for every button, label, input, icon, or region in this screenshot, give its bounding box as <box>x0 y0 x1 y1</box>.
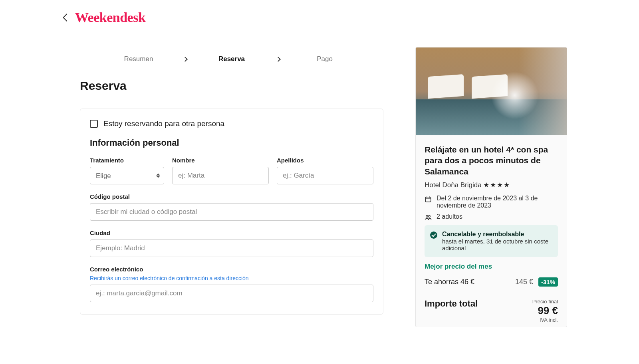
city-input[interactable] <box>90 239 373 257</box>
postal-input[interactable] <box>90 203 373 221</box>
hotel-hero-image <box>416 47 567 135</box>
postal-label: Código postal <box>90 193 373 200</box>
top-bar: Weekendesk <box>0 0 639 35</box>
vat-label: IVA incl. <box>532 317 558 323</box>
total-label: Importe total <box>425 299 478 309</box>
hotel-name: Hotel Doña Brigida <box>425 181 482 189</box>
back-icon[interactable] <box>63 14 71 22</box>
page-title: Reserva <box>80 79 383 93</box>
total-amount: 99 € <box>532 305 558 317</box>
treatment-label: Tratamiento <box>90 157 164 164</box>
email-input[interactable] <box>90 285 373 302</box>
other-person-label: Estoy reservando para otra persona <box>103 119 224 128</box>
old-price: 145 € <box>515 278 533 286</box>
booking-summary-card: Relájate en un hotel 4* con spa para dos… <box>415 47 567 327</box>
email-hint: Recibirás un correo electrónico de confi… <box>90 275 373 281</box>
email-label: Correo electrónico <box>90 266 373 273</box>
name-input[interactable] <box>172 167 269 184</box>
treatment-select[interactable]: Elige <box>90 167 164 184</box>
guests-text: 2 adultos <box>437 213 462 220</box>
other-person-checkbox[interactable] <box>90 120 98 128</box>
chevron-right-icon <box>276 57 281 62</box>
name-label: Nombre <box>172 157 269 164</box>
final-price-label: Precio final <box>532 299 558 305</box>
cancellation-box: Cancelable y reembolsable hasta el marte… <box>425 225 558 257</box>
brand-logo[interactable]: Weekendesk <box>75 10 145 25</box>
svg-point-1 <box>426 216 428 218</box>
guests-icon <box>425 214 432 221</box>
calendar-icon <box>425 196 432 203</box>
best-price-badge: Mejor precio del mes <box>425 263 558 271</box>
savings-text: Te ahorras 46 € <box>425 278 474 286</box>
step-summary[interactable]: Resumen <box>104 55 173 63</box>
star-rating-icon: ★★★★ <box>483 181 510 189</box>
city-label: Ciudad <box>90 229 373 236</box>
hotel-name-row: Hotel Doña Brigida ★★★★ <box>425 181 558 189</box>
dates-text: Del 2 de noviembre de 2023 al 3 de novie… <box>437 195 558 209</box>
select-stepper-icon <box>156 174 160 178</box>
step-payment: Pago <box>290 55 359 63</box>
step-booking: Reserva <box>197 55 266 63</box>
checkout-steps: Resumen Reserva Pago <box>80 47 383 75</box>
svg-point-2 <box>429 216 431 218</box>
cancel-subtitle: hasta el martes, 31 de octubre sin coste… <box>442 238 552 251</box>
discount-badge: -31% <box>538 277 558 287</box>
surname-input[interactable] <box>277 167 373 184</box>
personal-info-form: Estoy reservando para otra persona Infor… <box>80 109 383 315</box>
offer-title: Relájate en un hotel 4* con spa para dos… <box>425 144 558 177</box>
svg-rect-0 <box>425 197 431 202</box>
surname-label: Apellidos <box>277 157 373 164</box>
section-heading: Información personal <box>90 138 373 148</box>
check-circle-icon <box>430 231 437 239</box>
cancel-title: Cancelable y reembolsable <box>442 231 552 238</box>
chevron-right-icon <box>183 57 188 62</box>
